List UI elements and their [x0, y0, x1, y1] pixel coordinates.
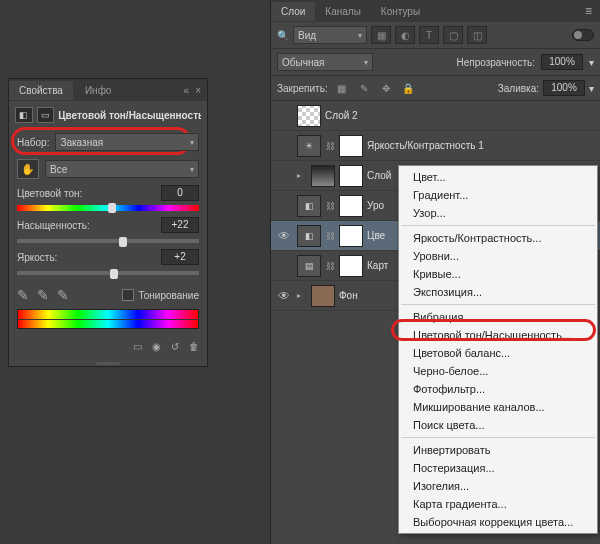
adjustment-icon: ◧ [15, 107, 33, 123]
mask-icon[interactable]: ▭ [37, 107, 55, 123]
layer-name[interactable]: Уро [367, 200, 384, 211]
visibility-icon[interactable]: 👁 [275, 229, 293, 243]
visibility-icon[interactable]: 👁 [275, 289, 293, 303]
mask-thumb[interactable] [339, 255, 363, 277]
lock-label: Закрепить: [277, 83, 328, 94]
menu-item-pattern[interactable]: Узор... [399, 204, 597, 222]
menu-item-hue-saturation[interactable]: Цветовой тон/Насыщенность... [399, 326, 597, 344]
reset-icon[interactable]: ↺ [171, 341, 179, 352]
lock-position-icon[interactable]: ✥ [378, 81, 394, 95]
filter-shape-icon[interactable]: ▢ [443, 26, 463, 44]
lock-transparent-icon[interactable]: ▦ [334, 81, 350, 95]
blend-mode-dropdown[interactable]: Обычная▾ [277, 53, 373, 71]
menu-item-black-white[interactable]: Черно-белое... [399, 362, 597, 380]
panel-grip[interactable] [9, 360, 207, 366]
chain-icon[interactable]: ⛓ [325, 141, 335, 151]
lock-pixels-icon[interactable]: ✎ [356, 81, 372, 95]
collapse-icon[interactable]: « [184, 85, 190, 96]
menu-item-threshold[interactable]: Изогелия... [399, 477, 597, 495]
filter-smart-icon[interactable]: ◫ [467, 26, 487, 44]
saturation-value[interactable]: +22 [161, 217, 199, 233]
properties-header: Свойства Инфо « × [9, 79, 207, 101]
clip-icon[interactable]: ▭ [133, 341, 142, 352]
adjustment-thumb: ▤ [297, 255, 321, 277]
mask-thumb[interactable] [339, 225, 363, 247]
colorize-checkbox[interactable] [122, 289, 134, 301]
panel-menu-icon[interactable]: ≡ [577, 4, 600, 18]
tab-paths[interactable]: Контуры [371, 2, 430, 21]
menu-item-selective-color[interactable]: Выборочная коррекция цвета... [399, 513, 597, 531]
menu-item-exposure[interactable]: Экспозиция... [399, 283, 597, 301]
menu-separator [401, 437, 595, 438]
opacity-value[interactable]: 100% [541, 54, 583, 70]
layer-name[interactable]: Карт [367, 260, 388, 271]
hue-slider[interactable] [17, 205, 199, 211]
layer-name[interactable]: Фон [339, 290, 358, 301]
chevron-down-icon[interactable]: ▾ [589, 83, 594, 94]
range-dropdown[interactable]: Все ▾ [45, 160, 199, 178]
fill-label: Заливка: [498, 83, 539, 94]
menu-item-gradient[interactable]: Градиент... [399, 186, 597, 204]
menu-item-photo-filter[interactable]: Фотофильтр... [399, 380, 597, 398]
fill-value[interactable]: 100% [543, 80, 585, 96]
menu-item-curves[interactable]: Кривые... [399, 265, 597, 283]
layer-name[interactable]: Цве [367, 230, 385, 241]
adjustment-thumb: ◧ [297, 225, 321, 247]
chain-icon[interactable]: ⛓ [325, 261, 335, 271]
filter-toggle[interactable] [572, 29, 594, 41]
new-adjustment-layer-menu: Цвет... Градиент... Узор... Яркость/Конт… [398, 165, 598, 534]
tab-channels[interactable]: Каналы [315, 2, 371, 21]
filter-adjust-icon[interactable]: ◐ [395, 26, 415, 44]
eyedropper-icon[interactable]: ✎ [17, 287, 29, 303]
eyedropper-plus-icon[interactable]: ✎ [37, 287, 49, 303]
properties-panel: Свойства Инфо « × ◧ ▭ Цветовой тон/Насыщ… [8, 78, 208, 367]
filter-pixel-icon[interactable]: ▦ [371, 26, 391, 44]
mask-thumb[interactable] [339, 195, 363, 217]
expand-icon[interactable]: ▸ [297, 171, 307, 180]
menu-item-vibrance[interactable]: Вибрация... [399, 308, 597, 326]
saturation-slider[interactable] [17, 239, 199, 243]
menu-item-brightness-contrast[interactable]: Яркость/Контрастность... [399, 229, 597, 247]
menu-item-color-balance[interactable]: Цветовой баланс... [399, 344, 597, 362]
menu-item-posterize[interactable]: Постеризация... [399, 459, 597, 477]
search-icon: 🔍 [277, 30, 289, 41]
menu-item-channel-mixer[interactable]: Микширование каналов... [399, 398, 597, 416]
menu-item-invert[interactable]: Инвертировать [399, 441, 597, 459]
layer-name[interactable]: Слой 2 [325, 110, 358, 121]
close-icon[interactable]: × [195, 85, 201, 96]
layer-name[interactable]: Яркость/Контрастность 1 [367, 140, 484, 151]
menu-item-color[interactable]: Цвет... [399, 168, 597, 186]
lightness-value[interactable]: +2 [161, 249, 199, 265]
mask-thumb[interactable] [339, 165, 363, 187]
filter-kind-dropdown[interactable]: Вид▾ [293, 26, 367, 44]
menu-item-gradient-map[interactable]: Карта градиента... [399, 495, 597, 513]
menu-item-color-lookup[interactable]: Поиск цвета... [399, 416, 597, 434]
mask-thumb[interactable] [339, 135, 363, 157]
lightness-slider[interactable] [17, 271, 199, 275]
preset-dropdown[interactable]: Заказная ▾ [55, 133, 199, 151]
menu-item-levels[interactable]: Уровни... [399, 247, 597, 265]
adjustment-thumb: ☀ [297, 135, 321, 157]
spectrum-bar [17, 309, 199, 329]
chain-icon[interactable]: ⛓ [325, 231, 335, 241]
eyedropper-minus-icon[interactable]: ✎ [57, 287, 69, 303]
hue-value[interactable]: 0 [161, 185, 199, 201]
view-previous-icon[interactable]: ◉ [152, 341, 161, 352]
tab-info[interactable]: Инфо [75, 81, 122, 100]
expand-icon[interactable]: ▸ [297, 291, 307, 300]
trash-icon[interactable]: 🗑 [189, 341, 199, 352]
layer-thumb [311, 285, 335, 307]
colorize-label: Тонирование [138, 290, 199, 301]
chevron-down-icon[interactable]: ▾ [589, 57, 594, 68]
menu-separator [401, 225, 595, 226]
targeted-adj-icon[interactable]: ✋ [17, 159, 39, 179]
chain-icon[interactable]: ⛓ [325, 201, 335, 211]
lock-all-icon[interactable]: 🔒 [400, 81, 416, 95]
layer-row[interactable]: Слой 2 [271, 101, 600, 131]
layer-row[interactable]: ☀ ⛓ Яркость/Контрастность 1 [271, 131, 600, 161]
tab-layers[interactable]: Слои [271, 2, 315, 21]
layer-thumb [297, 105, 321, 127]
filter-type-icon[interactable]: T [419, 26, 439, 44]
layer-name[interactable]: Слой [367, 170, 391, 181]
tab-properties[interactable]: Свойства [9, 81, 73, 100]
